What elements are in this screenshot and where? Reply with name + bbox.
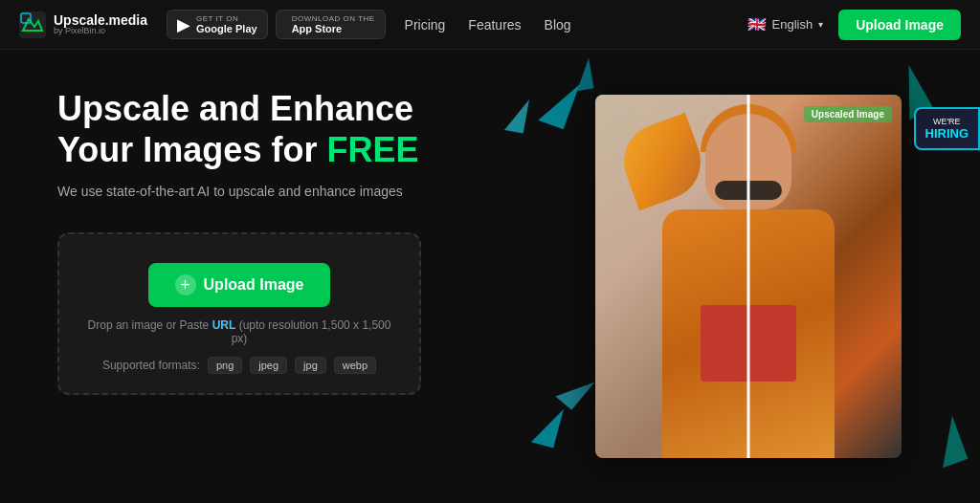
nav-pricing[interactable]: Pricing (405, 17, 446, 33)
app-store-button[interactable]: Download on the App Store (276, 10, 386, 39)
google-play-icon: ▶ (177, 16, 190, 33)
formats-label: Supported formats: (102, 359, 200, 372)
google-play-button[interactable]: ▶ GET IT ON Google Play (167, 10, 268, 39)
store-buttons: ▶ GET IT ON Google Play Download on the … (167, 10, 386, 39)
language-label: English (772, 17, 813, 32)
formats-row: Supported formats: png jpeg jpg webp (102, 357, 376, 374)
decoration-triangle-1 (538, 76, 579, 130)
url-link[interactable]: URL (212, 318, 236, 332)
decoration-triangle-4 (927, 416, 969, 469)
hero-title: Upscale and Enhance Your Images for FREE (57, 88, 479, 170)
upscaled-badge: Upscaled Image (804, 106, 892, 122)
upload-button-label: Upload Image (204, 276, 304, 294)
flag-icon: 🇬🇧 (747, 15, 767, 33)
we-are-text: WE'RE (925, 117, 969, 126)
format-png: png (208, 357, 242, 374)
upload-image-button[interactable]: + Upload Image (148, 263, 331, 307)
logo: Upscale.media by PixelBin.io (19, 11, 147, 38)
plus-icon: + (175, 274, 196, 295)
comparison-divider (747, 95, 750, 458)
nav-features[interactable]: Features (468, 17, 521, 33)
hero-title-line1: Upscale and Enhance (57, 89, 413, 128)
app-store-name: App Store (292, 23, 375, 34)
google-play-name: Google Play (196, 23, 257, 34)
app-store-sub: Download on the (292, 14, 375, 23)
hero-section: Upscale and Enhance Your Images for FREE… (0, 50, 517, 503)
language-selector[interactable]: 🇬🇧 English ▾ (747, 15, 824, 33)
hiring-badge[interactable]: WE'RE HIRING (914, 107, 981, 150)
nav-blog[interactable]: Blog (545, 17, 571, 33)
hero-free-text: FREE (326, 130, 418, 169)
hiring-text: HIRING (925, 126, 969, 141)
nav-links: Pricing Features Blog (405, 17, 747, 33)
decoration-triangle-7 (555, 368, 594, 409)
chevron-down-icon: ▾ (818, 19, 823, 30)
format-jpg: jpg (295, 357, 326, 374)
upload-dropzone[interactable]: + Upload Image Drop an image or Paste UR… (57, 232, 421, 395)
drop-text-suffix: (upto resolution 1,500 x 1,500 px) (232, 318, 391, 345)
image-section: Upscaled Image WE'RE HIRING (517, 50, 980, 503)
main-content: Upscale and Enhance Your Images for FREE… (0, 50, 980, 503)
hero-subtitle: We use state-of-the-art AI to upscale an… (57, 182, 479, 202)
logo-subtitle: by PixelBin.io (54, 27, 147, 35)
decoration-triangle-3 (531, 404, 564, 448)
logo-icon (19, 11, 46, 38)
drop-text-prefix: Drop an image or Paste (88, 318, 212, 332)
format-jpeg: jpeg (250, 357, 287, 374)
hero-title-line2: Your Images for (57, 130, 326, 169)
navbar: Upscale.media by PixelBin.io ▶ GET IT ON… (0, 0, 980, 50)
image-comparison: Upscaled Image (595, 95, 902, 458)
google-play-sub: GET IT ON (196, 14, 257, 23)
format-webp: webp (334, 357, 376, 374)
logo-title: Upscale.media (54, 13, 147, 27)
drop-hint: Drop an image or Paste URL (upto resolut… (78, 318, 400, 345)
nav-upload-button[interactable]: Upload Image (838, 10, 961, 40)
